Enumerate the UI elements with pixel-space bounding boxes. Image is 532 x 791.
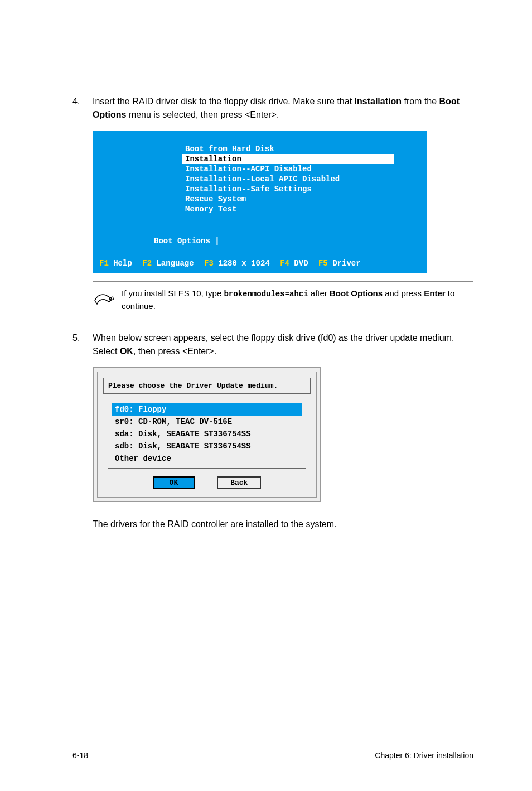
- note-bold-enter: Enter: [424, 288, 445, 298]
- boot-menu-item-acpi-disabled[interactable]: Installation--ACPI Disabled: [182, 164, 427, 174]
- note-text-pre: If you install SLES 10, type: [122, 288, 224, 298]
- step-4-text-post: menu is selected, then press <Enter>.: [126, 110, 279, 119]
- boot-menu-item-memory-test[interactable]: Memory Test: [182, 204, 427, 214]
- step-4-bold-installation: Installation: [355, 97, 402, 106]
- footer-chapter: Chapter 6: Driver installation: [375, 751, 473, 760]
- fkey-f3-key: F3: [204, 259, 214, 268]
- step-4: 4. Insert the RAID driver disk to the fl…: [72, 95, 473, 122]
- fkey-f5-label[interactable]: Driver: [332, 259, 360, 268]
- note-text: If you install SLES 10, type brokenmodul…: [122, 287, 473, 313]
- step-5: 5. When below screen appears, select the…: [72, 331, 473, 358]
- fkey-f1-key: F1: [99, 259, 109, 268]
- fkey-f2-label[interactable]: Language: [156, 259, 194, 268]
- note-code: brokenmodules=ahci: [224, 290, 308, 298]
- note-block: If you install SLES 10, type brokenmodul…: [93, 281, 473, 319]
- driver-update-dialog-inner: Please choose the Driver Update medium. …: [97, 372, 317, 498]
- fkey-f4-key: F4: [280, 259, 289, 268]
- ok-button[interactable]: OK: [153, 476, 195, 489]
- dialog-button-row: OK Back: [98, 476, 316, 497]
- step-4-number: 4.: [72, 95, 93, 122]
- step-4-text: Insert the RAID driver disk to the flopp…: [93, 95, 473, 122]
- note-icon: [93, 287, 115, 310]
- step-5-bold-ok: OK: [120, 346, 133, 356]
- note-bold-boot-options: Boot Options: [330, 288, 383, 298]
- footer-page-number: 6-18: [72, 751, 88, 760]
- fkey-f5-key: F5: [318, 259, 328, 268]
- dialog-item-sdb[interactable]: sdb: Disk, SEAGATE ST336754SS: [112, 440, 302, 452]
- page-footer: 6-18 Chapter 6: Driver installation: [72, 747, 473, 760]
- boot-menu-item-installation[interactable]: Installation: [182, 154, 394, 164]
- step-5-text: When below screen appears, select the fl…: [93, 331, 473, 358]
- dialog-item-sda[interactable]: sda: Disk, SEAGATE ST336754SS: [112, 428, 302, 440]
- boot-screen: Boot from Hard Disk Installation Install…: [93, 131, 427, 273]
- step-4-text-pre: Insert the RAID driver disk to the flopp…: [93, 97, 355, 106]
- fkey-f4-label[interactable]: DVD: [294, 259, 308, 268]
- fkey-f3-label[interactable]: 1280 x 1024: [218, 259, 269, 268]
- boot-menu-item-apic-disabled[interactable]: Installation--Local APIC Disabled: [182, 174, 427, 184]
- back-button[interactable]: Back: [217, 476, 261, 489]
- dialog-header: Please choose the Driver Update medium.: [103, 378, 311, 394]
- note-text-mid: after: [308, 288, 330, 298]
- step-5-number: 5.: [72, 331, 93, 358]
- step-4-text-mid: from the: [402, 97, 439, 106]
- fkey-f1-label[interactable]: Help: [113, 259, 132, 268]
- dialog-item-sr0[interactable]: sr0: CD-ROM, TEAC DV-516E: [112, 416, 302, 428]
- dialog-medium-list[interactable]: fd0: Floppy sr0: CD-ROM, TEAC DV-516E sd…: [108, 401, 306, 469]
- step-5-text-post: , then press <Enter>.: [133, 346, 216, 356]
- boot-menu-item-hard-disk[interactable]: Boot from Hard Disk: [182, 144, 427, 154]
- note-text-mid2: and press: [383, 288, 424, 298]
- closing-text: The drivers for the RAID controller are …: [93, 518, 473, 531]
- boot-options-prompt[interactable]: Boot Options |: [154, 237, 427, 245]
- driver-update-dialog: Please choose the Driver Update medium. …: [93, 367, 321, 502]
- boot-menu-item-rescue-system[interactable]: Rescue System: [182, 194, 427, 204]
- dialog-item-fd0[interactable]: fd0: Floppy: [112, 403, 302, 416]
- dialog-item-other[interactable]: Other device: [112, 452, 302, 465]
- fkey-f2-key: F2: [142, 259, 152, 268]
- boot-fkey-bar: F1 Help F2 Language F3 1280 x 1024 F4 DV…: [93, 259, 427, 268]
- boot-menu-item-safe-settings[interactable]: Installation--Safe Settings: [182, 184, 427, 194]
